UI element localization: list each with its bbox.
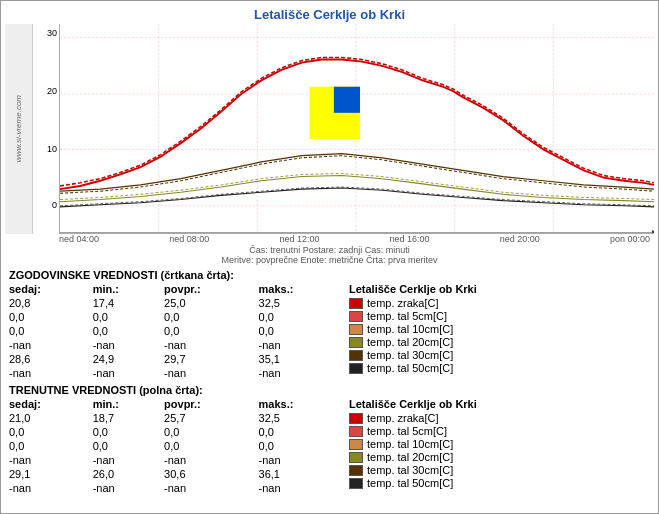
cell: 0,0 <box>93 425 164 439</box>
historical-right-title: Letališče Cerklje ob Krki <box>349 283 650 295</box>
x-label-3: ned 16:00 <box>390 234 430 244</box>
cell: 35,1 <box>259 352 349 366</box>
y-label-10: 10 <box>47 144 57 154</box>
legend-row: temp. tal 20cm[C] <box>349 336 650 348</box>
legend-color-box <box>349 452 363 463</box>
page-title: Letališče Cerklje ob Krki <box>1 1 658 24</box>
legend-row: temp. tal 10cm[C] <box>349 438 650 450</box>
cell: -nan <box>9 366 93 380</box>
x-label-0: ned 04:00 <box>59 234 99 244</box>
x-label-4: ned 20:00 <box>500 234 540 244</box>
legend-color-box <box>349 426 363 437</box>
legend-row: temp. tal 50cm[C] <box>349 362 650 374</box>
legend-color-box <box>349 465 363 476</box>
legend-color-box <box>349 298 363 309</box>
legend-color-box <box>349 350 363 361</box>
legend-color-box <box>349 439 363 450</box>
x-label-2: ned 12:00 <box>279 234 319 244</box>
cell: -nan <box>93 481 164 495</box>
cell: 29,1 <box>9 467 93 481</box>
legend-color-box <box>349 324 363 335</box>
cell: 0,0 <box>93 439 164 453</box>
cell: -nan <box>9 453 93 467</box>
table-row: -nan -nan -nan -nan <box>9 338 349 352</box>
cell: -nan <box>93 453 164 467</box>
cell: 17,4 <box>93 296 164 310</box>
cell: 32,5 <box>259 296 349 310</box>
legend-label: temp. zraka[C] <box>367 412 439 424</box>
table-row: 28,6 24,9 29,7 35,1 <box>9 352 349 366</box>
site-watermark: www.si-vreme.com <box>14 95 23 162</box>
legend-row: temp. zraka[C] <box>349 297 650 309</box>
cell: 36,1 <box>259 467 349 481</box>
historical-section: ZGODOVINSKE VREDNOSTI (črtkana črta): se… <box>9 269 650 380</box>
y-label-0: 0 <box>52 200 57 210</box>
legend-color-box <box>349 413 363 424</box>
cell: -nan <box>259 481 349 495</box>
cell: 0,0 <box>93 324 164 338</box>
legend-row: temp. tal 5cm[C] <box>349 310 650 322</box>
legend-row: temp. tal 50cm[C] <box>349 477 650 489</box>
current-right: Letališče Cerklje ob Krki temp. zraka[C]… <box>349 398 650 495</box>
svg-marker-12 <box>652 230 654 233</box>
cell: 0,0 <box>93 310 164 324</box>
cell: 18,7 <box>93 411 164 425</box>
cell: 0,0 <box>164 310 258 324</box>
cell: 28,6 <box>9 352 93 366</box>
cell: 0,0 <box>164 439 258 453</box>
hist-header-3: maks.: <box>259 283 349 296</box>
cell: -nan <box>93 366 164 380</box>
cell: 32,5 <box>259 411 349 425</box>
table-row: 0,0 0,0 0,0 0,0 <box>9 425 349 439</box>
cell: 0,0 <box>9 425 93 439</box>
legend-color-box <box>349 337 363 348</box>
current-title: TRENUTNE VREDNOSTI (polna črta): <box>9 384 650 396</box>
legend-color-box <box>349 478 363 489</box>
cell: 26,0 <box>93 467 164 481</box>
cell: 0,0 <box>259 324 349 338</box>
cell: -nan <box>259 338 349 352</box>
cell: 0,0 <box>164 324 258 338</box>
legend-row: temp. tal 30cm[C] <box>349 464 650 476</box>
table-row: 20,8 17,4 25,0 32,5 <box>9 296 349 310</box>
table-row: -nan -nan -nan -nan <box>9 366 349 380</box>
curr-header-2: povpr.: <box>164 398 258 411</box>
cell: 25,0 <box>164 296 258 310</box>
hist-header-0: sedaj: <box>9 283 93 296</box>
cell: 0,0 <box>9 324 93 338</box>
cell: 30,6 <box>164 467 258 481</box>
historical-right: Letališče Cerklje ob Krki temp. zraka[C]… <box>349 283 650 380</box>
cell: -nan <box>164 481 258 495</box>
cell: -nan <box>164 338 258 352</box>
current-section: TRENUTNE VREDNOSTI (polna črta): sedaj: … <box>9 384 650 495</box>
cell: 0,0 <box>259 425 349 439</box>
curr-header-0: sedaj: <box>9 398 93 411</box>
cell: 21,0 <box>9 411 93 425</box>
cell: 0,0 <box>164 425 258 439</box>
cell: 0,0 <box>259 310 349 324</box>
legend-label: temp. zraka[C] <box>367 297 439 309</box>
legend-label: temp. tal 5cm[C] <box>367 310 447 322</box>
legend-label: temp. tal 30cm[C] <box>367 464 453 476</box>
legend-label: temp. tal 10cm[C] <box>367 323 453 335</box>
legend-label: temp. tal 50cm[C] <box>367 362 453 374</box>
chart-notes-1: Čas: trenutni Postare: zadnji Cas: minut… <box>249 245 410 255</box>
cell: -nan <box>259 366 349 380</box>
legend-row: temp. tal 5cm[C] <box>349 425 650 437</box>
historical-title: ZGODOVINSKE VREDNOSTI (črtkana črta): <box>9 269 650 281</box>
table-row: -nan -nan -nan -nan <box>9 453 349 467</box>
legend-label: temp. tal 30cm[C] <box>367 349 453 361</box>
historical-table: sedaj: min.: povpr.: maks.: 20,8 17,4 25… <box>9 283 349 380</box>
x-label-1: ned 08:00 <box>169 234 209 244</box>
table-row: 29,1 26,0 30,6 36,1 <box>9 467 349 481</box>
svg-rect-10 <box>334 87 360 113</box>
curr-header-1: min.: <box>93 398 164 411</box>
current-right-title: Letališče Cerklje ob Krki <box>349 398 650 410</box>
main-container: Letališče Cerklje ob Krki www.si-vreme.c… <box>0 0 659 514</box>
legend-color-box <box>349 311 363 322</box>
cell: -nan <box>259 453 349 467</box>
cell: -nan <box>164 366 258 380</box>
table-row: 0,0 0,0 0,0 0,0 <box>9 324 349 338</box>
legend-row: temp. tal 30cm[C] <box>349 349 650 361</box>
cell: 24,9 <box>93 352 164 366</box>
